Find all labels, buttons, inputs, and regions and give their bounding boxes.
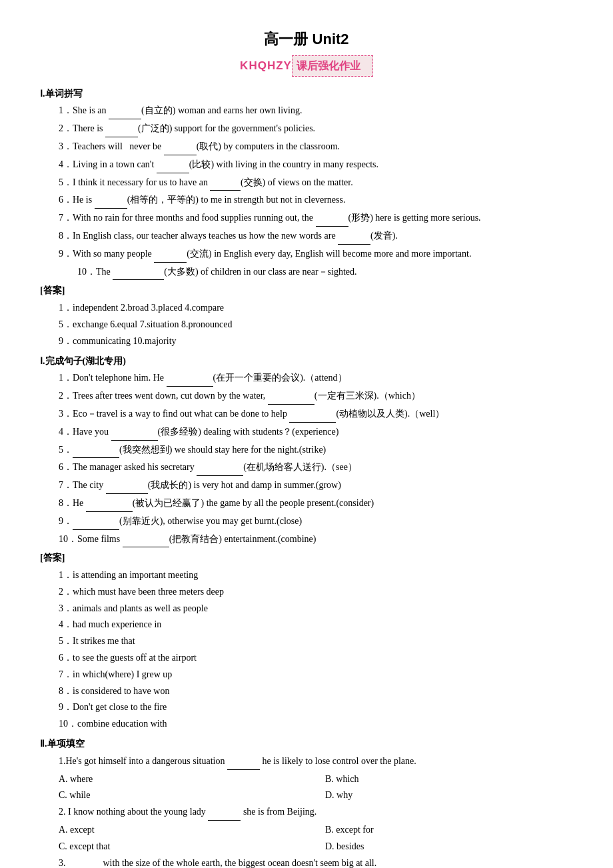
q2-3: 3．Eco－travel is a way to find out what c… [40,406,573,423]
q3-1-options: A. where B. which [40,771,573,787]
q3-1-stem: 1.He's got himself into a dangerous situ… [40,753,573,770]
q2-9: 9． (别靠近火), otherwise you may get burnt.(… [40,513,573,530]
q2-8: 8．He (被认为已经赢了) the game by all the peopl… [40,495,573,512]
q1-1: 1．She is an (自立的) woman and earns her ow… [40,103,573,119]
section1-ans3: 9．communicating 10.majority [40,333,573,349]
section2-ans3: 3．animals and plants as well as people [40,601,573,617]
page-title: 高一册 Unit2 [40,27,573,51]
q3-1-optB: B. which [306,771,573,787]
q3-2-stem: 2. I know nothing about the young lady s… [40,804,573,821]
q1-3: 3．Teachers will never be (取代) by compute… [40,139,573,155]
section2-title: Ⅰ.完成句子(湖北专用) [40,353,573,369]
q2-4: 4．Have you (很多经验) dealing with students？… [40,424,573,441]
q3-2-optA: A. except [40,822,306,838]
section1-ans2: 5．exchange 6.equal 7.situation 8.pronoun… [40,317,573,333]
section2-answer-label: [答案] [40,550,573,566]
q1-7: 7．With no rain for three months and food… [40,210,573,227]
q2-7: 7．The city (我成长的) is very hot and damp i… [40,477,573,494]
q3-3-stem: 3. with the size of the whole earth, the… [40,855,573,868]
q3-2-optC: C. except that [40,839,306,855]
q1-2: 2．There is (广泛的) support for the governm… [40,121,573,137]
section2-ans5: 5．It strikes me that [40,633,573,649]
subtitle-bar: KHQHZY 课后强化作业 [40,55,573,76]
section1: Ⅰ.单词拼写 1．She is an (自立的) woman and earns… [40,86,573,349]
q3-1-options2: C. while D. why [40,787,573,803]
subtitle-text: 课后强化作业 [292,55,373,76]
q3-2-options2: C. except that D. besides [40,839,573,855]
q1-8: 8．In English class, our teacher always t… [40,228,573,245]
q2-6: 6．The manager asked his secretary (在机场给客… [40,459,573,476]
section2-ans9: 9．Don't get close to the fire [40,699,573,715]
section2-ans1: 1．is attending an important meeting [40,567,573,583]
q1-10: 10．The (大多数) of children in our class ar… [40,264,573,281]
section2-ans4: 4．had much experience in [40,617,573,633]
section2-ans2: 2．which must have been three meters deep [40,584,573,600]
section1-ans1: 1．independent 2.broad 3.placed 4.compare [40,300,573,316]
q3-1-optC: C. while [40,787,306,803]
section3: Ⅱ.单项填空 1.He's got himself into a dangero… [40,736,573,868]
q1-9: 9．With so many people (交流) in English ev… [40,246,573,263]
q2-5: 5． (我突然想到) we should stay here for the n… [40,442,573,459]
q2-2: 2．Trees after trees went down, cut down … [40,388,573,405]
section2-ans6: 6．to see the guests off at the airport [40,650,573,666]
section2-ans10: 10．combine education with [40,716,573,732]
q3-1-optD: D. why [306,787,573,803]
q2-10: 10．Some films (把教育结合) entertainment.(com… [40,531,573,548]
section2-ans7: 7．in which(where) I grew up [40,667,573,683]
q1-6: 6．He is (相等的，平等的) to me in strength but … [40,192,573,209]
q3-2-options: A. except B. except for [40,822,573,838]
subtitle-brand: KHQHZY [240,57,292,76]
section2: Ⅰ.完成句子(湖北专用) 1．Don't telephone him. He (… [40,353,573,733]
q3-2-optB: B. except for [306,822,573,838]
q2-1: 1．Don't telephone him. He (在开一个重要的会议).（a… [40,370,573,387]
section2-ans8: 8．is considered to have won [40,683,573,699]
q1-5: 5．I think it necessary for us to have an… [40,175,573,191]
section1-answer-label: [答案] [40,283,573,299]
q3-2-optD: D. besides [306,839,573,855]
q1-4: 4．Living in a town can't (比较) with livin… [40,157,573,173]
q3-1-optA: A. where [40,771,306,787]
section1-title: Ⅰ.单词拼写 [40,86,573,102]
section3-title: Ⅱ.单项填空 [40,736,573,752]
